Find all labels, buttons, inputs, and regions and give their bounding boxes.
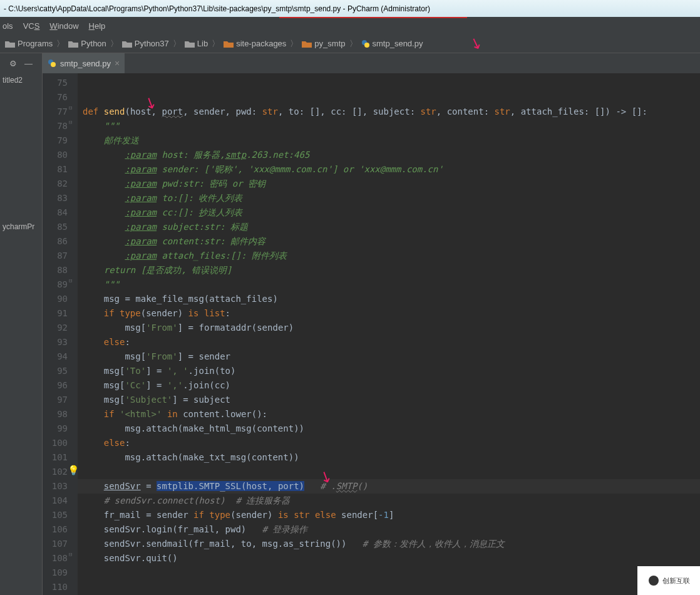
code-line[interactable]: # sendSvr.connect(host) # 连接服务器 [78,494,700,508]
menu-tools[interactable]: ols [3,21,13,31]
line-number: 108 [43,551,78,566]
side-item-2[interactable]: ycharmPr [0,222,42,231]
line-number: 85 [43,220,78,234]
code-line[interactable]: :param pwd:str: 密码 or 密钥 [78,177,700,191]
window-title: - C:\Users\catty\AppData\Local\Programs\… [4,4,430,13]
side-item-1[interactable]: titled2 [0,76,42,85]
code-line[interactable]: msg['Cc'] = ','.join(cc) [78,378,700,393]
breadcrumb-item[interactable]: Programs [3,39,55,48]
line-number: 95 [43,364,78,378]
gear-icon[interactable]: ⚙ [9,59,17,68]
titlebar: - C:\Users\catty\AppData\Local\Programs\… [0,0,700,17]
line-number: 93 [43,335,78,349]
code-line[interactable]: if '<html>' in content.lower(): [78,407,700,422]
minimize-icon[interactable]: — [24,59,33,68]
chevron-right-icon: 〉 [173,38,181,49]
svg-point-1 [364,43,369,48]
breadcrumb-item[interactable]: Lib [182,39,210,48]
code-line[interactable] [78,465,700,479]
fold-icon[interactable]: ⊟ [69,551,72,557]
code-line[interactable] [78,90,700,105]
chevron-right-icon: 〉 [349,38,358,49]
code-line[interactable]: msg['From'] = formataddr(sender) [78,321,700,335]
line-number: 78 [43,119,78,133]
code-line[interactable]: :param content:str: 邮件内容 [78,234,700,249]
code-line[interactable]: :param subject:str: 标题 [78,220,700,234]
svg-point-4 [649,576,659,586]
line-number: 99 [43,422,78,436]
code-line[interactable]: :param host: 服务器,smtp.263.net:465 [78,148,700,162]
watermark: 创新互联 [637,566,700,595]
svg-point-3 [51,62,56,67]
fold-icon[interactable]: ⊟ [69,105,72,111]
menubar: ols VCS Window Help [0,17,700,34]
code-line[interactable]: sendSvr = smtplib.SMTP_SSL(host, port) #… [78,479,700,494]
code-line[interactable]: msg = make_file_msg(attach_files) [78,292,700,306]
python-file-icon [48,59,56,68]
code-line[interactable]: sendSvr.login(fr_mail, pwd) # 登录操作 [78,522,700,537]
code-line[interactable]: else: [78,436,700,450]
chevron-right-icon: 〉 [290,38,298,49]
line-number: 91 [43,306,78,321]
fold-icon[interactable]: ⊟ [69,277,72,284]
line-number: 81 [43,162,78,177]
watermark-icon [647,574,660,587]
menu-window[interactable]: Window [49,21,78,31]
code-line[interactable]: else: [78,335,700,349]
gutter: 💡 75767778798081828384858687888990919293… [43,73,78,595]
breadcrumb-item[interactable]: smtp_send.py [359,39,426,48]
code-line[interactable]: sendSvr.quit() [78,551,700,566]
code-line[interactable]: msg.attach(make_html_msg(content)) [78,422,700,436]
breadcrumb-item[interactable]: py_smtp [299,39,347,48]
code-line[interactable] [78,76,700,90]
code-line[interactable]: """ [78,119,700,133]
menu-help[interactable]: Help [89,21,106,31]
line-number: 90 [43,292,78,306]
code-line[interactable]: :param to:[]: 收件人列表 [78,191,700,205]
title-underline-decoration [279,17,467,18]
line-number: 105 [43,508,78,522]
code-line[interactable]: :param attach_files:[]: 附件列表 [78,249,700,263]
code-line[interactable] [78,566,700,580]
line-number: 76 [43,90,78,105]
line-number: 94 [43,349,78,364]
chevron-right-icon: 〉 [56,38,64,49]
code-line[interactable]: msg['From'] = sender [78,349,700,364]
code-line[interactable] [78,580,700,594]
code-line[interactable]: msg['Subject'] = subject [78,393,700,407]
code-line[interactable]: fr_mail = sender if type(sender) is str … [78,508,700,522]
line-number: 84 [43,205,78,220]
line-number: 89 [43,277,78,292]
editor-main: titled2 ycharmPr 💡 757677787980818283848… [0,73,700,595]
watermark-text: 创新互联 [662,576,690,586]
line-number: 106 [43,522,78,537]
fold-icon[interactable]: ⊟ [69,119,72,125]
breadcrumb-item[interactable]: Python [66,39,108,48]
breadcrumb-item[interactable]: Python37 [120,39,172,48]
line-number: 96 [43,378,78,393]
code-line[interactable]: msg['To'] = ', '.join(to) [78,364,700,378]
close-icon[interactable]: × [115,58,120,68]
line-number: 80 [43,148,78,162]
line-number: 87 [43,249,78,263]
menu-vcs[interactable]: VCS [23,21,40,31]
chevron-right-icon: 〉 [110,38,118,49]
line-number: 101 [43,450,78,465]
line-number: 97 [43,393,78,407]
code-line[interactable]: def send(host, port, sender, pwd: str, t… [78,105,700,119]
code-line[interactable]: """ [78,277,700,292]
line-number: 103 [43,479,78,494]
code-line[interactable]: return [是否成功, 错误说明] [78,263,700,277]
file-tab[interactable]: smtp_send.py × [43,53,125,73]
breadcrumbs: Programs〉Python〉Python37〉Lib〉site-packag… [0,34,700,53]
code-line[interactable]: 邮件发送 [78,133,700,148]
breadcrumb-item[interactable]: site-packages [221,39,289,48]
code-line[interactable]: :param cc:[]: 抄送人列表 [78,205,700,220]
code-line[interactable]: sendSvr.sendmail(fr_mail, to, msg.as_str… [78,537,700,551]
code-line[interactable]: :param sender: ['昵称', 'xxx@mmm.com.cn'] … [78,162,700,177]
line-number: 79 [43,133,78,148]
code-line[interactable]: if type(sender) is list: [78,306,700,321]
line-number: 83 [43,191,78,205]
code-line[interactable]: msg.attach(make_txt_msg(content)) [78,450,700,465]
code-editor[interactable]: def send(host, port, sender, pwd: str, t… [78,73,700,595]
